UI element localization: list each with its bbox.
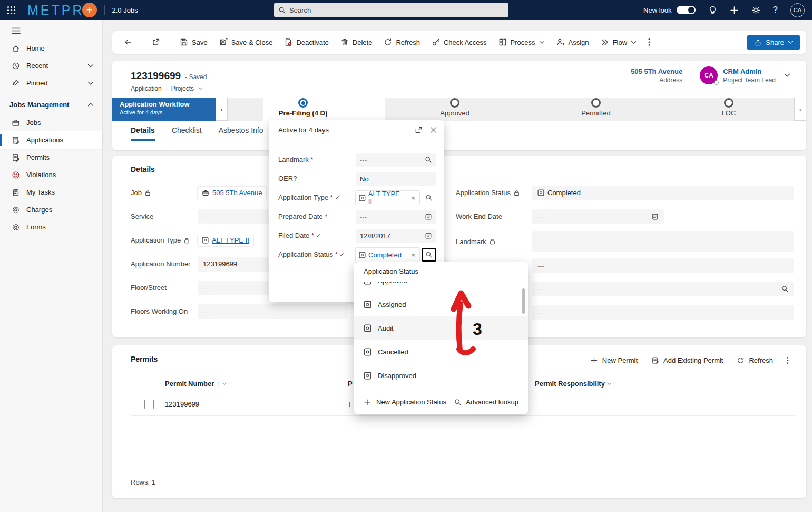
process-button[interactable]: Process (493, 34, 550, 50)
save-button[interactable]: Save (174, 34, 213, 50)
global-search[interactable] (274, 3, 508, 17)
column-permit-number[interactable]: Permit Number ↑ (165, 380, 227, 388)
owner-link[interactable]: CRM Admin (723, 67, 776, 75)
expand-icon[interactable] (415, 126, 423, 134)
app-logo[interactable]: METPR + (27, 3, 97, 18)
sidebar-item-pinned[interactable]: Pinned (0, 74, 102, 92)
more-commands-button[interactable] (643, 34, 656, 50)
form-selector[interactable]: Projects (171, 85, 194, 92)
check-access-button[interactable]: Check Access (426, 34, 492, 50)
advanced-lookup-link[interactable]: Advanced lookup (454, 398, 518, 406)
bpf-scroll-left-button[interactable]: ‹ (216, 98, 228, 121)
remove-value-icon[interactable]: × (410, 194, 416, 202)
search-icon[interactable] (425, 156, 432, 163)
close-icon[interactable] (430, 127, 437, 133)
flyout-filed-date-input[interactable]: 12/8/2017 (356, 229, 436, 243)
bpf-stage-loc[interactable]: LOC (687, 98, 771, 117)
refresh-button[interactable]: Refresh (378, 34, 425, 50)
landmark-field[interactable] (532, 231, 794, 252)
floors-working-on-input[interactable]: --- (198, 304, 348, 319)
permit-number-cell[interactable]: 123199699 (165, 400, 199, 408)
flow-button[interactable]: Flow (595, 34, 642, 50)
new-application-status-button[interactable]: New Application Status (364, 398, 446, 406)
bpf-stage-approved[interactable]: Approved (413, 98, 497, 117)
gear-icon[interactable] (751, 6, 760, 15)
column-permit-responsibility[interactable]: Permit Responsibility (535, 380, 612, 388)
hidden-field-input[interactable]: --- (532, 305, 794, 320)
sidebar-item-permits[interactable]: Permits (0, 149, 102, 166)
hidden-field-input[interactable]: --- (532, 258, 794, 273)
help-icon[interactable]: ? (773, 5, 778, 15)
chevron-up-icon[interactable] (87, 102, 94, 107)
dropdown-item-audit[interactable]: Audit (354, 316, 528, 340)
bpf-process-badge[interactable]: Application Workflow Active for 4 days (112, 98, 216, 121)
sidebar-item-recent[interactable]: Recent (0, 57, 102, 74)
tab-checklist[interactable]: Checklist (172, 126, 202, 141)
share-button[interactable]: Share (747, 35, 800, 50)
application-status-field[interactable]: Completed (532, 186, 794, 200)
deactivate-button[interactable]: Deactivate (279, 34, 334, 50)
entity-icon (537, 189, 544, 196)
save-close-button[interactable]: Save & Close (214, 34, 278, 50)
search-icon[interactable] (781, 285, 789, 293)
dropdown-item-assigned[interactable]: Assigned (354, 293, 528, 316)
flyout-oer-input[interactable]: No (356, 172, 436, 186)
sidebar-item-forms[interactable]: Forms (0, 218, 102, 236)
subgrid-refresh-button[interactable]: Refresh (731, 353, 779, 368)
flyout-application-status-chip[interactable]: Completed × (356, 248, 419, 262)
back-button[interactable] (119, 34, 138, 50)
chevron-down-icon[interactable] (87, 64, 94, 68)
lightbulb-icon[interactable] (708, 6, 717, 15)
add-existing-permit-button[interactable]: Add Existing Permit (645, 353, 729, 368)
hidden-lookup-input[interactable]: --- (532, 282, 794, 296)
dropdown-scrollbar[interactable] (522, 288, 525, 314)
sidebar-item-jobs[interactable]: Jobs (0, 114, 102, 131)
sidebar-item-applications[interactable]: Applications (0, 131, 102, 149)
sidebar-group-jobs-management[interactable]: Jobs Management (0, 95, 102, 114)
work-end-date-input[interactable]: --- (532, 209, 664, 224)
hamburger-menu-icon[interactable] (0, 20, 102, 40)
column-permit-status-clipped[interactable]: P (348, 380, 353, 388)
topbar-divider (104, 5, 105, 15)
dropdown-item-cancelled[interactable]: Cancelled (354, 340, 528, 364)
new-look-toggle[interactable] (677, 6, 696, 14)
calendar-icon[interactable] (425, 213, 432, 220)
calendar-icon[interactable] (651, 213, 659, 220)
lookup-search-button-focused[interactable] (422, 248, 436, 262)
row-checkbox[interactable] (144, 400, 154, 409)
plus-icon[interactable] (730, 6, 739, 15)
permit-status-cell-clipped[interactable]: F (349, 400, 353, 408)
flyout-prepared-date-input[interactable]: --- (356, 210, 436, 224)
sidebar-item-violations[interactable]: Violations (0, 166, 102, 183)
sidebar-item-my-tasks[interactable]: My Tasks (0, 183, 102, 201)
bpf-stage-permitted[interactable]: Permitted (554, 98, 638, 117)
header-expand-chevron-icon[interactable] (784, 73, 790, 78)
calendar-icon[interactable] (425, 232, 432, 239)
dropdown-item-disapproved[interactable]: Disapproved (354, 364, 528, 388)
new-permit-button[interactable]: New Permit (584, 353, 643, 368)
subgrid-more-button[interactable] (781, 353, 795, 368)
chevron-down-icon[interactable] (87, 81, 94, 85)
assign-button[interactable]: Assign (551, 34, 594, 50)
remove-value-icon[interactable]: × (410, 251, 416, 259)
tab-details[interactable]: Details (131, 126, 155, 141)
bpf-scroll-right-button[interactable]: › (794, 98, 806, 121)
lookup-search-button[interactable] (422, 191, 436, 205)
user-avatar[interactable]: CA (790, 3, 805, 17)
job-lookup-chip[interactable]: 505 5Th Avenue (198, 187, 266, 199)
dropdown-item-approved[interactable]: Approved (354, 282, 528, 293)
flyout-landmark-input[interactable]: --- (356, 153, 436, 167)
search-input[interactable] (289, 6, 504, 14)
sidebar-item-home[interactable]: Home (0, 40, 102, 57)
bpf-stage-pre-filing[interactable]: Pre-Filing (4 D) (261, 98, 345, 117)
waffle-menu-icon[interactable] (7, 6, 16, 15)
delete-button[interactable]: Delete (335, 34, 378, 50)
application-type-lookup-chip[interactable]: ALT TYPE II (198, 234, 253, 246)
tab-asbestos-info[interactable]: Asbestos Info (219, 126, 263, 141)
address-link[interactable]: 505 5Th Avenue (631, 67, 682, 75)
app-name[interactable]: 2.0 Jobs (112, 6, 138, 14)
owner-avatar[interactable]: CA (700, 66, 718, 84)
flyout-application-type-chip[interactable]: ALT TYPE II × (356, 191, 419, 205)
sidebar-item-charges[interactable]: Charges (0, 201, 102, 218)
popout-button[interactable] (146, 34, 165, 50)
